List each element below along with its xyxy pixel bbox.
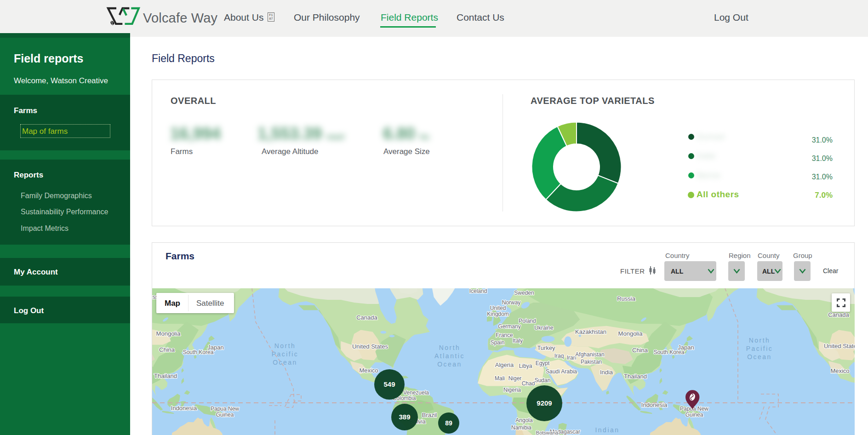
svg-text:Mali: Mali — [495, 375, 505, 382]
svg-text:Egypt: Egypt — [536, 360, 550, 366]
svg-text:Afghanistan: Afghanistan — [575, 351, 604, 358]
svg-text:89: 89 — [445, 419, 452, 427]
svg-text:Niger: Niger — [508, 375, 522, 382]
svg-text:Ukraine: Ukraine — [534, 325, 554, 331]
svg-text:South Korea: South Korea — [654, 349, 685, 355]
svg-text:Iceland: Iceland — [469, 288, 487, 294]
svg-text:Pacific: Pacific — [272, 350, 299, 358]
svg-text:Algeria: Algeria — [495, 361, 514, 368]
svg-text:China: China — [632, 347, 648, 354]
svg-text:China: China — [159, 346, 175, 353]
svg-text:United States: United States — [352, 343, 388, 350]
svg-text:Canada: Canada — [356, 314, 377, 321]
svg-text:North: North — [274, 342, 296, 349]
svg-text:North: North — [749, 337, 771, 344]
svg-text:Kazakhstan: Kazakhstan — [575, 328, 606, 335]
svg-text:United States: United States — [824, 343, 855, 349]
svg-text:United: United — [490, 305, 506, 311]
svg-text:Thailand: Thailand — [154, 372, 177, 379]
svg-text:Ocean: Ocean — [273, 359, 297, 366]
svg-text:Pacific: Pacific — [746, 345, 773, 352]
svg-text:Turkey: Turkey — [537, 344, 555, 351]
svg-text:Libya: Libya — [519, 363, 532, 369]
svg-text:Kingdom: Kingdom — [487, 311, 508, 317]
svg-text:Guinea: Guinea — [685, 412, 703, 418]
svg-text:Chad: Chad — [522, 380, 535, 387]
svg-text:Mongolia: Mongolia — [618, 330, 643, 337]
svg-text:Mexico: Mexico — [359, 367, 378, 374]
svg-text:Ocean: Ocean — [437, 361, 462, 368]
svg-text:Angola: Angola — [515, 417, 533, 424]
svg-text:Nigeria: Nigeria — [503, 387, 521, 393]
svg-text:Indonesia: Indonesia — [641, 401, 668, 408]
svg-text:389: 389 — [399, 413, 410, 421]
svg-text:Spain: Spain — [491, 339, 505, 346]
svg-text:Sudan: Sudan — [535, 377, 551, 383]
svg-text:9209: 9209 — [537, 399, 552, 407]
svg-text:Saudi Arabia: Saudi Arabia — [546, 368, 577, 375]
svg-text:Italy: Italy — [513, 338, 523, 344]
svg-text:Sweden: Sweden — [514, 290, 534, 296]
svg-text:Brazil: Brazil — [422, 412, 437, 418]
svg-text:Atlantic: Atlantic — [434, 352, 465, 360]
svg-text:Poland: Poland — [519, 318, 536, 324]
svg-text:Pakistan: Pakistan — [581, 359, 602, 365]
svg-text:Iran: Iran — [567, 355, 577, 361]
svg-text:Namibia: Namibia — [511, 424, 531, 431]
svg-text:North: North — [439, 344, 461, 351]
svg-text:Mongolia: Mongolia — [156, 330, 181, 337]
svg-text:Germany: Germany — [498, 323, 520, 330]
svg-text:South Korea: South Korea — [183, 349, 214, 355]
svg-text:Thailand: Thailand — [624, 373, 647, 380]
svg-text:Ocean: Ocean — [747, 353, 772, 361]
svg-text:Iraq: Iraq — [554, 353, 564, 359]
svg-text:India: India — [600, 369, 613, 376]
svg-text:Indonesia: Indonesia — [171, 405, 197, 412]
svg-text:Russia: Russia — [617, 295, 636, 302]
svg-text:France: France — [496, 332, 513, 338]
svg-text:Canada: Canada — [828, 311, 849, 318]
svg-text:Indian: Indian — [595, 426, 619, 434]
svg-text:Papua New: Papua New — [211, 406, 239, 412]
svg-text:Mexico: Mexico — [830, 367, 849, 374]
svg-text:Guinea: Guinea — [216, 412, 234, 418]
svg-text:Botswana: Botswana — [536, 430, 559, 435]
svg-text:549: 549 — [383, 380, 395, 388]
